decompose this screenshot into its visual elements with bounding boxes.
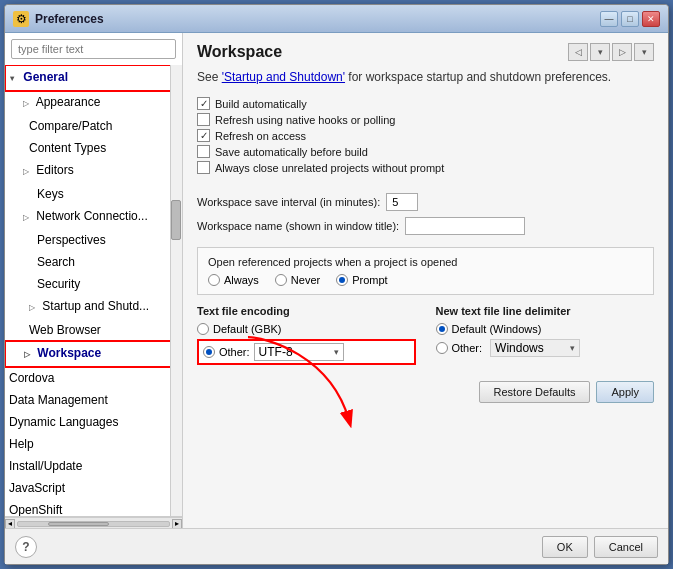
never-option[interactable]: Never xyxy=(275,274,320,286)
h-scrollbar-track[interactable] xyxy=(17,521,170,527)
always-radio[interactable] xyxy=(208,274,220,286)
build-auto-label: Build automatically xyxy=(215,98,307,110)
text-encoding-title: Text file encoding xyxy=(197,305,416,317)
scrollbar-thumb[interactable] xyxy=(171,200,181,240)
content-panel: Workspace ◁ ▾ ▷ ▾ See 'Startup and Shutd… xyxy=(183,33,668,528)
preferences-window: ⚙ Preferences — □ ✕ ▾ General ▷ Appearan… xyxy=(4,4,669,565)
save-auto-label: Save automatically before build xyxy=(215,146,368,158)
page-title: Workspace xyxy=(197,43,282,61)
arrow-general: ▾ xyxy=(10,70,20,88)
sidebar-item-dynamic-languages[interactable]: Dynamic Languages xyxy=(5,411,182,433)
cancel-button[interactable]: Cancel xyxy=(594,536,658,558)
sidebar-item-javascript[interactable]: JavaScript xyxy=(5,477,182,499)
never-radio[interactable] xyxy=(275,274,287,286)
delimiter-select[interactable]: Windows ▾ xyxy=(490,339,580,357)
encoding-select[interactable]: UTF-8 ▾ xyxy=(254,343,344,361)
save-interval-label: Workspace save interval (in minutes): xyxy=(197,196,380,208)
close-button[interactable]: ✕ xyxy=(642,11,660,27)
text-encoding-col: Text file encoding Default (GBK) Other: … xyxy=(197,305,416,365)
open-referenced-title: Open referenced projects when a project … xyxy=(208,256,643,268)
sidebar-item-security[interactable]: Security xyxy=(5,273,182,295)
line-delimiter-title: New text file line delimiter xyxy=(436,305,655,317)
action-buttons: Restore Defaults Apply xyxy=(197,381,654,403)
help-button[interactable]: ? xyxy=(15,536,37,558)
other-ld-label: Other: xyxy=(452,342,483,354)
other-ld-radio[interactable] xyxy=(436,342,448,354)
content-header: Workspace ◁ ▾ ▷ ▾ xyxy=(197,43,654,61)
window-icon: ⚙ xyxy=(13,11,29,27)
default-windows-option[interactable]: Default (Windows) xyxy=(436,323,655,335)
sidebar-item-web-browser[interactable]: Web Browser xyxy=(5,319,182,341)
refresh-access-checkbox[interactable] xyxy=(197,129,210,142)
other-utf8-radio[interactable] xyxy=(203,346,215,358)
default-gbk-label: Default (GBK) xyxy=(213,323,281,335)
scroll-left-btn[interactable]: ◂ xyxy=(5,519,15,529)
close-unrelated-checkbox[interactable] xyxy=(197,161,210,174)
sidebar-item-network[interactable]: ▷ Network Connectio... xyxy=(5,205,182,229)
checkbox-refresh-access: Refresh on access xyxy=(197,129,654,142)
sidebar-item-data-management[interactable]: Data Management xyxy=(5,389,182,411)
nav-dropdown-button[interactable]: ▾ xyxy=(590,43,610,61)
other-label: Other: xyxy=(219,346,250,358)
default-gbk-radio[interactable] xyxy=(197,323,209,335)
encoding-delimiter-section: Text file encoding Default (GBK) Other: … xyxy=(197,305,654,365)
always-label: Always xyxy=(224,274,259,286)
nav-buttons: ◁ ▾ ▷ ▾ xyxy=(568,43,654,61)
default-windows-label: Default (Windows) xyxy=(452,323,542,335)
other-utf8-row: Other: UTF-8 ▾ xyxy=(197,339,416,365)
save-auto-checkbox[interactable] xyxy=(197,145,210,158)
sidebar-item-perspectives[interactable]: Perspectives xyxy=(5,229,182,251)
apply-button[interactable]: Apply xyxy=(596,381,654,403)
sidebar-item-openshift[interactable]: OpenShift xyxy=(5,499,182,516)
sidebar-item-install-update[interactable]: Install/Update xyxy=(5,455,182,477)
ok-button[interactable]: OK xyxy=(542,536,588,558)
checkbox-save-auto: Save automatically before build xyxy=(197,145,654,158)
vertical-scrollbar[interactable] xyxy=(170,65,182,516)
scroll-right-btn[interactable]: ▸ xyxy=(172,519,182,529)
default-windows-radio[interactable] xyxy=(436,323,448,335)
save-interval-input[interactable] xyxy=(386,193,418,211)
close-unrelated-label: Always close unrelated projects without … xyxy=(215,162,444,174)
nav-forward-button[interactable]: ▷ xyxy=(612,43,632,61)
sidebar-item-compare-patch[interactable]: Compare/Patch xyxy=(5,115,182,137)
tree-container: ▾ General ▷ Appearance Compare/Patch Con… xyxy=(5,65,182,516)
other-ld-option[interactable]: Other: Windows ▾ xyxy=(436,339,655,357)
prompt-radio[interactable] xyxy=(336,274,348,286)
nav-back-button[interactable]: ◁ xyxy=(568,43,588,61)
checkboxes-section: Build automatically Refresh using native… xyxy=(197,97,654,177)
titlebar: ⚙ Preferences — □ ✕ xyxy=(5,5,668,33)
arrow-appearance: ▷ xyxy=(23,95,33,113)
always-option[interactable]: Always xyxy=(208,274,259,286)
encoding-value: UTF-8 xyxy=(259,345,293,359)
minimize-button[interactable]: — xyxy=(600,11,618,27)
sidebar-item-workspace[interactable]: ▷ Workspace xyxy=(5,341,182,367)
delimiter-dropdown-icon: ▾ xyxy=(570,343,575,353)
workspace-name-row: Workspace name (shown in window title): xyxy=(197,217,654,235)
sidebar-item-content-types[interactable]: Content Types xyxy=(5,137,182,159)
default-gbk-option[interactable]: Default (GBK) xyxy=(197,323,416,335)
sidebar-item-search[interactable]: Search xyxy=(5,251,182,273)
restore-button[interactable]: □ xyxy=(621,11,639,27)
sidebar-item-cordova[interactable]: Cordova xyxy=(5,367,182,389)
checkbox-refresh-native: Refresh using native hooks or polling xyxy=(197,113,654,126)
sidebar-item-appearance[interactable]: ▷ Appearance xyxy=(5,91,182,115)
encoding-dropdown-icon: ▾ xyxy=(334,347,339,357)
restore-defaults-button[interactable]: Restore Defaults xyxy=(479,381,591,403)
refresh-native-checkbox[interactable] xyxy=(197,113,210,126)
workspace-name-label: Workspace name (shown in window title): xyxy=(197,220,399,232)
checkbox-build-auto: Build automatically xyxy=(197,97,654,110)
sidebar-item-help[interactable]: Help xyxy=(5,433,182,455)
sidebar-item-general[interactable]: ▾ General xyxy=(5,65,182,91)
filter-input[interactable] xyxy=(11,39,176,59)
h-scrollbar-thumb[interactable] xyxy=(48,522,108,526)
sidebar: ▾ General ▷ Appearance Compare/Patch Con… xyxy=(5,33,183,528)
nav-forward-dropdown[interactable]: ▾ xyxy=(634,43,654,61)
sidebar-item-keys[interactable]: Keys xyxy=(5,183,182,205)
sidebar-item-startup[interactable]: ▷ Startup and Shutd... xyxy=(5,295,182,319)
prompt-option[interactable]: Prompt xyxy=(336,274,387,286)
prompt-label: Prompt xyxy=(352,274,387,286)
build-auto-checkbox[interactable] xyxy=(197,97,210,110)
startup-shutdown-link[interactable]: 'Startup and Shutdown' xyxy=(222,70,345,84)
workspace-name-input[interactable] xyxy=(405,217,525,235)
sidebar-item-editors[interactable]: ▷ Editors xyxy=(5,159,182,183)
